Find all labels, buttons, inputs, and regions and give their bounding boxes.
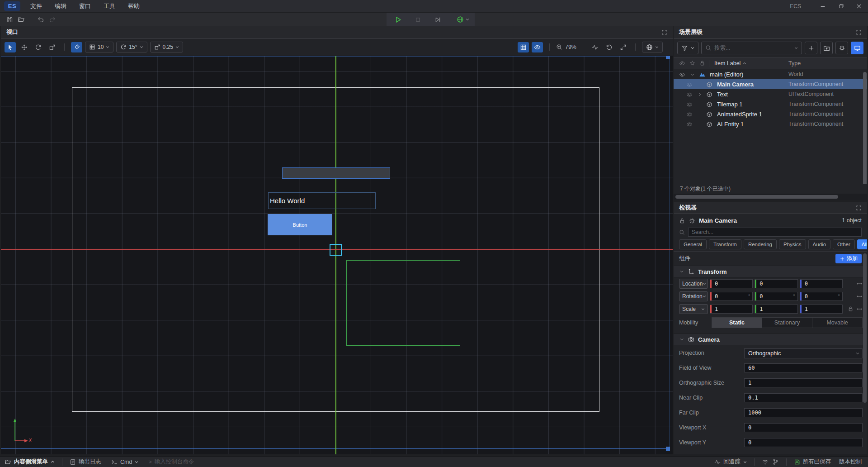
button-object[interactable]: Button <box>268 214 332 235</box>
fullscreen-button[interactable] <box>618 42 629 52</box>
save-status[interactable]: 所有已保存 <box>794 458 831 466</box>
inspector-search-input[interactable] <box>692 229 858 235</box>
visibility-column-icon[interactable] <box>679 60 685 67</box>
scene-canvas[interactable]: Hello World Button x <box>1 56 673 454</box>
mobility-stationary-button[interactable]: Stationary <box>762 318 812 328</box>
tab-transform[interactable]: Transform <box>709 239 741 249</box>
add-entity-button[interactable] <box>805 42 817 54</box>
viewport-maximize-icon[interactable] <box>661 28 667 36</box>
selected-camera-gizmo[interactable] <box>330 244 342 256</box>
tab-physics[interactable]: Physics <box>779 239 806 249</box>
inspector-search-box[interactable] <box>688 228 862 237</box>
location-z-field[interactable] <box>800 279 843 288</box>
step-button[interactable] <box>432 14 443 25</box>
trace-dropdown[interactable]: 回追踪 <box>714 458 747 466</box>
tab-other[interactable]: Other <box>833 239 855 249</box>
tab-general[interactable]: General <box>679 239 707 249</box>
entity-bounds-rect[interactable] <box>346 260 460 346</box>
hierarchy-search-input[interactable] <box>714 45 792 51</box>
rotation-y-field[interactable]: ° <box>755 292 797 301</box>
hierarchy-maximize-icon[interactable] <box>856 28 862 36</box>
hierarchy-row-world[interactable]: main (Editor) World <box>674 69 867 79</box>
text-object[interactable]: Hello World <box>268 192 376 209</box>
scale-snap-dropdown[interactable]: 0.25 <box>150 42 183 52</box>
rotation-x-field[interactable]: ° <box>710 292 753 301</box>
location-x-field[interactable] <box>710 279 753 288</box>
grid-snap-dropdown[interactable]: 10 <box>85 42 113 52</box>
tab-rendering[interactable]: Rendering <box>744 239 777 249</box>
tilemap-object[interactable] <box>282 167 390 179</box>
move-tool-button[interactable] <box>19 42 30 52</box>
minimize-button[interactable] <box>814 0 832 13</box>
selection-handle-bottom-right[interactable] <box>666 447 670 451</box>
output-log-button[interactable]: 输出日志 <box>70 458 101 466</box>
link-values-icon[interactable] <box>856 281 863 287</box>
inspector-vertical-scrollbar[interactable] <box>863 253 867 403</box>
content-drawer-button[interactable]: 内容侧滑菜单 <box>5 458 55 466</box>
zoom-control[interactable]: 79% <box>556 44 576 50</box>
save-button[interactable] <box>4 14 15 25</box>
close-button[interactable] <box>850 0 868 13</box>
menu-help[interactable]: 帮助 <box>122 0 146 12</box>
tab-all[interactable]: All <box>857 239 867 249</box>
viewport-x-field[interactable] <box>744 423 863 432</box>
rotate-tool-button[interactable] <box>33 42 44 52</box>
mobility-movable-button[interactable]: Movable <box>812 318 862 328</box>
search-options-caret-icon[interactable] <box>794 46 798 50</box>
link-values-icon[interactable] <box>856 306 863 312</box>
scale-z-field[interactable] <box>800 305 843 314</box>
eye-icon[interactable] <box>679 71 687 78</box>
unlock-icon[interactable] <box>679 216 685 224</box>
inspector-maximize-icon[interactable] <box>856 204 862 212</box>
eye-icon[interactable] <box>686 100 694 108</box>
uniform-scale-lock-icon[interactable] <box>848 306 854 312</box>
source-control-branch-icon[interactable] <box>772 458 779 465</box>
scrollbar-thumb[interactable] <box>675 195 838 199</box>
eye-icon[interactable] <box>686 110 694 118</box>
favorite-column-icon[interactable] <box>689 60 695 66</box>
scale-dropdown[interactable]: Scale <box>679 304 708 314</box>
menu-edit[interactable]: 编辑 <box>48 0 73 12</box>
play-mode-dropdown[interactable] <box>457 14 469 25</box>
eye-icon[interactable] <box>686 120 694 128</box>
near-clip-field[interactable] <box>744 393 863 402</box>
rotation-z-field[interactable]: ° <box>800 292 843 301</box>
stop-button[interactable] <box>412 14 424 25</box>
stats-button[interactable] <box>590 42 601 52</box>
scale-tool-button[interactable] <box>47 42 58 52</box>
transform-section-header[interactable]: Transform <box>674 266 867 277</box>
chevron-right-icon[interactable] <box>697 91 704 98</box>
select-tool-button[interactable] <box>5 42 16 52</box>
eye-icon[interactable] <box>686 91 694 98</box>
hierarchy-vertical-scrollbar[interactable] <box>863 72 867 184</box>
view-mode-dropdown[interactable] <box>642 42 663 52</box>
maximize-button[interactable] <box>832 0 850 13</box>
hierarchy-settings-button[interactable] <box>835 42 848 54</box>
menu-tools[interactable]: 工具 <box>97 0 122 12</box>
menu-window[interactable]: 窗口 <box>73 0 97 12</box>
camera-section-header[interactable]: Camera <box>674 334 867 345</box>
hierarchy-row-tilemap[interactable]: Tilemap 1 TransformComponent <box>674 99 867 109</box>
add-component-button[interactable]: 添加 <box>835 254 862 263</box>
undo-button[interactable] <box>35 14 47 25</box>
projection-select[interactable]: Orthographic <box>744 348 863 357</box>
hierarchy-row-animatedsprite[interactable]: AnimatedSprite 1 TransformComponent <box>674 109 867 119</box>
view-toggle-button[interactable] <box>851 42 863 54</box>
hierarchy-row-ai-entity[interactable]: AI Entity 1 TransformComponent <box>674 119 867 129</box>
location-y-field[interactable] <box>755 279 797 288</box>
object-settings-gear-icon[interactable] <box>689 216 695 224</box>
app-logo[interactable]: ES <box>4 1 20 11</box>
hierarchy-row-main-camera[interactable]: Main Camera TransformComponent <box>674 79 867 89</box>
chevron-down-icon[interactable] <box>690 71 697 78</box>
rotation-snap-dropdown[interactable]: 15° <box>116 42 147 52</box>
network-status-icon[interactable] <box>762 458 769 465</box>
rotation-dropdown[interactable]: Rotation <box>679 291 708 301</box>
link-values-icon[interactable] <box>856 293 863 300</box>
gizmo-visibility-button[interactable] <box>532 42 543 52</box>
hierarchy-row-text[interactable]: Text UITextComponent <box>674 89 867 99</box>
snap-toggle-button[interactable] <box>71 42 82 52</box>
far-clip-field[interactable] <box>744 408 863 417</box>
hierarchy-search-box[interactable] <box>701 42 802 54</box>
lock-column-icon[interactable] <box>699 60 705 66</box>
reset-view-button[interactable] <box>604 42 615 52</box>
